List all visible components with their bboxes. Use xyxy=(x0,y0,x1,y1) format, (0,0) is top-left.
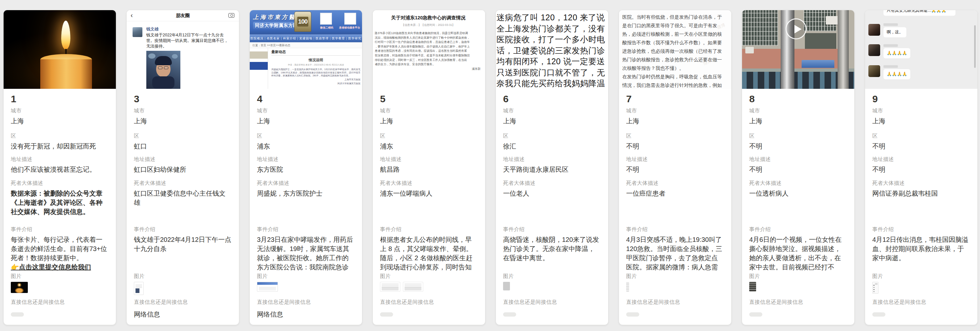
image-label: 图片 xyxy=(626,273,724,279)
event-value: 高烧昏迷，核酸阴，120来了说发热门诊关了。无奈在家中降温，在昏迷中离世。 xyxy=(503,235,601,262)
case-card-4[interactable]: 上海市東方醫院 同济大学附属东方医院 100 微信二维码 患者移动服务平台 医院… xyxy=(250,10,362,325)
card-number: 6 xyxy=(503,93,601,108)
investigation-report-screenshot: 关于对浦东120急救中心的调查情况 【信息来源：】【信息时间：2022-03-3… xyxy=(373,10,485,89)
city-label: 城市 xyxy=(11,108,109,114)
chat-bubble: 🙏🙏🙏🙏 xyxy=(883,69,910,79)
wechat-moments-screenshot: ‹ 朋友圈 钱文雄 钱文雄于2022年4月12日下午一点十九分去世。疫情期间一切… xyxy=(127,10,239,89)
site-content: 最新动态 情况说明 作者：系统管理员 发表于：2022/3/25 2:46:41… xyxy=(271,50,360,88)
event-value: 4月3日突感不适，晚上19:30叫了120急救。当时面临全员核酸，三甲医院门诊暂… xyxy=(626,235,724,272)
city-label: 城市 xyxy=(503,108,601,114)
metal-pole xyxy=(838,10,849,89)
district-label: 区 xyxy=(872,133,970,139)
deceased-label: 死者大体描述 xyxy=(872,180,970,186)
glasses xyxy=(164,67,168,69)
chat-bubble: 🙏🙏🙏🙏 xyxy=(883,48,910,58)
city-value: 上海 xyxy=(626,116,724,126)
city-label: 城市 xyxy=(257,108,355,114)
submit-info-link[interactable]: 👉点击这里提交信息给我们 xyxy=(11,264,91,271)
report-title: 关于对浦东120急救中心的调查情况 xyxy=(375,15,482,21)
sidebar-block xyxy=(250,51,268,59)
text-line: 医院接收，打了一个多小时电 xyxy=(496,34,608,45)
statement-title: 情况说明 xyxy=(271,58,360,62)
text-line: 迷病危了叫 120，120 来了说 xyxy=(496,12,608,23)
air-conditioner xyxy=(826,16,838,25)
address-value: 东方医院 xyxy=(257,165,355,174)
address-label: 地址描述 xyxy=(749,156,847,162)
event-value: 每张卡片、每行记录，代表着一条逝去的鲜活生命。目前有73+位死者！数据持续更新中… xyxy=(11,236,107,262)
candle-photo xyxy=(3,10,116,89)
case-card-5[interactable]: 关于对浦东120急救中心的调查情况 【信息来源：】【信息时间：2022-03-3… xyxy=(372,10,485,325)
redacted-name xyxy=(883,23,898,26)
district-label: 区 xyxy=(626,133,724,139)
image-label: 图片 xyxy=(257,273,355,279)
text-line: 进急诊抢救，也必须再做一次核酸（已经有了发 xyxy=(622,47,731,55)
text-line: 酸报告不作数（我不懂为什么不作数）。如果要 xyxy=(622,38,731,47)
direct-label: 直接信息还是间接信息 xyxy=(134,299,232,305)
district-value: 徐汇 xyxy=(503,142,601,151)
direct-label: 直接信息还是间接信息 xyxy=(749,299,847,305)
case-card-8[interactable]: 8 城市上海 区不明 地址描述不明 死者大体描述一位透析病人 事件介绍4月6日的… xyxy=(742,10,854,325)
direct-label: 直接信息还是间接信息 xyxy=(380,299,478,305)
report-meta: 【信息来源：】【信息时间：2022-03-31】 xyxy=(375,23,482,27)
play-button-icon xyxy=(786,18,807,39)
event-value: 钱文雄于2022年4月12日下午一点十九分自杀 xyxy=(134,235,232,253)
glasses xyxy=(158,67,162,69)
case-card-3[interactable]: ‹ 朋友圈 钱文雄 钱文雄于2022年4月12日下午一点十九分去世。疫情期间一切… xyxy=(126,10,239,325)
deceased-label: 死者大体描述 xyxy=(380,180,478,186)
air-conditioner xyxy=(745,47,754,53)
address-label: 地址描述 xyxy=(380,156,478,162)
scrollbar[interactable] xyxy=(974,25,976,68)
card-number: 3 xyxy=(134,93,232,108)
direct-label: 直接信息还是间接信息 xyxy=(626,299,724,305)
background-light xyxy=(172,54,178,59)
report-line: ，要求救护车医务人员出借车载除颤仪。由于该病人在自己家中，救护车上 xyxy=(375,45,482,49)
report-line: 况后，现场核酸检测的医务人员已奔赴其家中进行了数十分钟的紧急抢救， xyxy=(375,36,482,40)
moments-thumbnail xyxy=(134,282,144,295)
statement-signature: 同济大学附属东方医院 xyxy=(271,82,360,85)
district-value: 不明 xyxy=(749,142,847,151)
card-number: 5 xyxy=(380,93,478,108)
case-card-6[interactable]: 迷病危了叫 120，120 来了说 全上海发热门诊都关了，没有 医院接收，打了一… xyxy=(496,10,608,325)
moments-title: 朋友圈 xyxy=(127,13,239,19)
address-label: 地址描述 xyxy=(257,156,355,162)
card-number: 7 xyxy=(626,93,724,108)
case-card-9[interactable]: 只有其女儿眼见其病逝...🙏🙏🙏 啊，这。 🙏🙏🙏🙏 🙏🙏🙏🙏 9 城市上海 区… xyxy=(865,10,978,325)
deceased-value: 网信证券副总裁韦桂国 xyxy=(872,189,970,198)
chat-bubble: 啊，这。 xyxy=(883,27,906,37)
wechat-header-bar: ‹ 朋友圈 xyxy=(127,10,239,21)
qr-code xyxy=(344,13,356,25)
address-value: 虹口区妇幼保健所 xyxy=(134,165,232,174)
image-label: 图片 xyxy=(872,273,970,279)
camera-icon xyxy=(229,13,234,18)
text-line: 是在门口的黑夜里等待了很久。可是由于有发 xyxy=(622,21,731,30)
video-still-building xyxy=(742,10,854,89)
case-card-1[interactable]: 1 城市上海 区没有死于新冠，却因新冠而死 地址描述他们不应该被漠视甚至忘记。 … xyxy=(3,10,116,325)
site-sidebar xyxy=(250,48,268,89)
deceased-label: 死者大体描述 xyxy=(11,180,109,186)
case-card-7[interactable]: 微博 微博 医院。当时有些低烧，但是发热门诊在消杀，于 是在门口的黑夜里等待了很… xyxy=(619,10,732,325)
city-value: 上海 xyxy=(872,116,970,126)
event-value: 3月23日在家中哮喘发作，用药后无法缓解。19时，家属驾车送其就诊，被医院拒收。… xyxy=(257,235,355,272)
district-label: 区 xyxy=(257,133,355,139)
address-value: 航昌路 xyxy=(380,165,478,174)
hospital-website-screenshot: 上海市東方醫院 同济大学附属东方医院 100 微信二维码 患者移动服务平台 医院… xyxy=(250,10,362,89)
section-title: 最新动态 xyxy=(271,50,360,56)
image-label: 图片 xyxy=(503,273,601,279)
empty-value-pill xyxy=(749,312,762,317)
event-value: 根据患者女儿公布的时间线，早上 8 点，其父哮喘发作、晕倒。随后，小区 2 名做… xyxy=(380,235,478,272)
city-value: 上海 xyxy=(503,116,601,126)
city-label: 城市 xyxy=(872,108,970,114)
deceased-value: 浦东一位哮喘病人 xyxy=(380,189,478,198)
event-label: 事件介绍 xyxy=(11,227,109,232)
gallery-board: 1 城市上海 区没有死于新冠，却因新冠而死 地址描述他们不应该被漠视甚至忘记。 … xyxy=(0,0,980,331)
deceased-value: 虹口区卫健委信息中心主任钱文雄 xyxy=(134,189,232,207)
background-light xyxy=(148,53,156,59)
site-breadcrumb: 位置：首页 >>首页>>最新动态 xyxy=(250,42,362,48)
image-label: 图片 xyxy=(749,273,847,279)
address-value: 天平路街道永康居民区 xyxy=(503,165,601,174)
district-value: 没有死于新冠，却因新冠而死 xyxy=(11,142,109,151)
address-value: 不明 xyxy=(749,165,847,174)
deceased-value: 数据来源：被删除的公众号文章《上海逝者》及其评论区、各种社交媒体、网友提供信息。 xyxy=(11,189,109,216)
report-line: 者的全力，为群众提供专业、安全的医疗服务。 xyxy=(375,62,482,67)
scarf xyxy=(152,76,175,89)
